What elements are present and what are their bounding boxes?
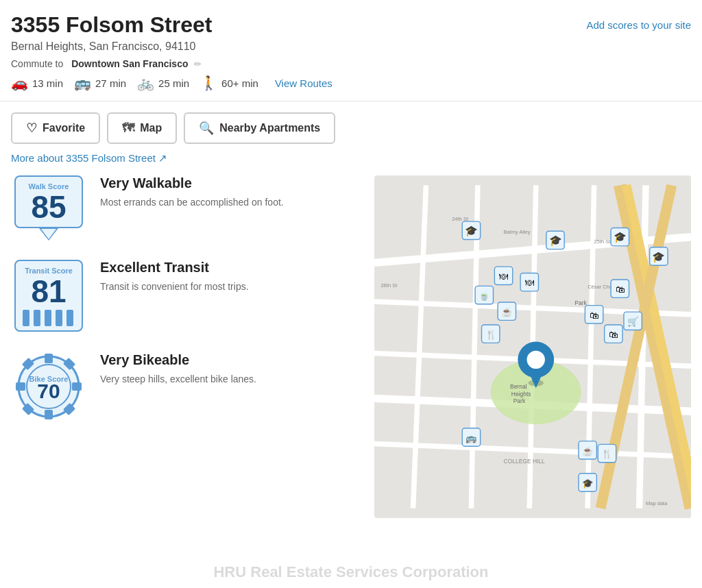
bike-score-title: Very Bikeable xyxy=(100,352,256,368)
map-panel: Bernal Heights Park Park 24th St Balmy A… xyxy=(374,175,691,518)
transit-leg-2 xyxy=(34,310,40,326)
walk-icon: 🚶 xyxy=(200,75,217,91)
svg-rect-3 xyxy=(45,354,53,363)
svg-text:🍽: 🍽 xyxy=(525,278,534,288)
scores-panel: Walk Score 85 Very Walkable Most errands… xyxy=(11,175,361,518)
walk-score-badge: Walk Score 85 xyxy=(11,175,86,239)
transit-score-badge: Transit Score 81 xyxy=(11,260,86,332)
bus-transport: 🚌 27 min xyxy=(74,75,126,91)
transit-score-title: Excellent Transit xyxy=(100,260,249,275)
svg-text:🛍: 🛍 xyxy=(609,330,618,340)
nearby-apartments-label: Nearby Apartments xyxy=(219,122,320,134)
bike-score-description: Very Bikeable Very steep hills, excellen… xyxy=(100,352,256,387)
nearby-apartments-button[interactable]: 🔍 Nearby Apartments xyxy=(184,112,335,144)
walk-score-description: Very Walkable Most errands can be accomp… xyxy=(100,175,284,210)
svg-text:🍴: 🍴 xyxy=(485,329,497,341)
svg-text:🍴: 🍴 xyxy=(601,448,613,460)
more-about-link[interactable]: More about 3355 Folsom Street ↗ xyxy=(11,152,167,164)
svg-text:🛒: 🛒 xyxy=(627,316,639,328)
walk-score-text: Most errands can be accomplished on foot… xyxy=(100,195,284,210)
main-content: Walk Score 85 Very Walkable Most errands… xyxy=(0,175,702,518)
top-bar: 3355 Folsom Street Add scores to your si… xyxy=(0,0,702,38)
watermark: HRU Real Estate Services Corporation xyxy=(0,556,702,588)
svg-text:Bernal: Bernal xyxy=(510,383,527,390)
transit-score-text: Transit is convenient for most trips. xyxy=(100,280,249,294)
bike-transport: 🚲 25 min xyxy=(137,75,189,91)
transport-row: 🚗 13 min 🚌 27 min 🚲 25 min 🚶 60+ min Vie… xyxy=(0,72,702,98)
car-icon: 🚗 xyxy=(11,75,28,91)
svg-rect-4 xyxy=(45,410,53,419)
walk-score-number: 85 xyxy=(23,191,75,223)
svg-text:25th St: 25th St xyxy=(594,238,612,245)
external-link-icon: ↗ xyxy=(158,152,167,164)
svg-text:☕: ☕ xyxy=(501,306,513,318)
commute-destination: Downtown San Francisco xyxy=(71,58,188,69)
car-time: 13 min xyxy=(32,77,63,89)
transit-legs xyxy=(23,310,75,326)
svg-text:🚌: 🚌 xyxy=(465,432,477,444)
walk-transport: 🚶 60+ min xyxy=(200,75,258,91)
svg-text:🎓: 🎓 xyxy=(582,478,594,489)
bike-score-badge: Bike Score 70 xyxy=(11,352,86,421)
svg-rect-6 xyxy=(72,382,82,391)
svg-text:🎓: 🎓 xyxy=(614,231,627,243)
bike-time: 25 min xyxy=(158,77,189,89)
page-title: 3355 Folsom Street xyxy=(11,12,212,38)
svg-text:🎓: 🎓 xyxy=(652,251,665,263)
bike-score-section: Bike Score 70 Very Bikeable Very steep h… xyxy=(11,352,361,421)
button-row: ♡ Favorite 🗺 Map 🔍 Nearby Apartments xyxy=(0,107,702,149)
bus-time: 27 min xyxy=(95,77,126,89)
more-link-text: More about 3355 Folsom Street xyxy=(11,152,156,164)
walk-score-section: Walk Score 85 Very Walkable Most errands… xyxy=(11,175,361,239)
svg-text:🎓: 🎓 xyxy=(549,234,562,247)
transit-leg-1 xyxy=(23,310,29,326)
walk-score-title: Very Walkable xyxy=(100,175,284,191)
svg-text:Map data: Map data xyxy=(646,500,668,506)
svg-rect-5 xyxy=(16,382,25,391)
view-routes-link[interactable]: View Routes xyxy=(275,77,332,89)
heart-icon: ♡ xyxy=(26,121,37,136)
search-icon: 🔍 xyxy=(199,121,214,136)
divider-1 xyxy=(0,101,702,101)
svg-text:26th St: 26th St xyxy=(380,282,398,289)
map-icon: 🗺 xyxy=(122,121,134,136)
svg-text:🛍: 🛍 xyxy=(616,284,625,295)
favorite-button[interactable]: ♡ Favorite xyxy=(11,112,100,144)
svg-text:Heights: Heights xyxy=(511,391,531,397)
svg-text:🛍: 🛍 xyxy=(590,310,598,321)
transit-score-description: Excellent Transit Transit is convenient … xyxy=(100,260,249,294)
walk-bubble-tail-inner xyxy=(41,229,56,239)
transit-bubble: Transit Score 81 xyxy=(14,260,83,332)
map-label: Map xyxy=(140,122,162,134)
svg-text:COLLEGE HILL: COLLEGE HILL xyxy=(504,458,546,465)
transit-leg-4 xyxy=(56,310,62,326)
car-transport: 🚗 13 min xyxy=(11,75,63,91)
walk-time: 60+ min xyxy=(221,77,258,89)
svg-text:70: 70 xyxy=(37,380,60,402)
add-scores-link[interactable]: Add scores to your site xyxy=(586,19,691,31)
transit-score-number: 81 xyxy=(23,275,75,307)
svg-text:☕: ☕ xyxy=(582,445,594,457)
gear-svg: Bike Score 70 xyxy=(14,352,83,421)
svg-text:Park: Park xyxy=(513,397,526,404)
bike-icon: 🚲 xyxy=(137,75,154,91)
svg-text:🍽: 🍽 xyxy=(499,271,508,282)
more-link-container: More about 3355 Folsom Street ↗ xyxy=(0,149,702,175)
transit-leg-5 xyxy=(66,310,73,326)
svg-text:🍵: 🍵 xyxy=(479,290,490,302)
map-button[interactable]: 🗺 Map xyxy=(107,112,177,144)
gear-wrapper: Bike Score 70 xyxy=(14,352,83,421)
svg-point-77 xyxy=(527,351,545,369)
commute-row: Commute to Downtown San Francisco ✏ xyxy=(0,53,702,72)
svg-text:🎓: 🎓 xyxy=(465,225,478,237)
bike-score-text: Very steep hills, excellent bike lanes. xyxy=(100,372,256,387)
svg-text:Park: Park xyxy=(574,299,587,306)
transit-leg-3 xyxy=(45,310,51,326)
commute-label: Commute to xyxy=(11,58,63,69)
transit-score-section: Transit Score 81 Excellent Transit Trans… xyxy=(11,260,361,332)
bus-icon: 🚌 xyxy=(74,75,91,91)
edit-icon[interactable]: ✏ xyxy=(194,59,202,69)
svg-text:Balmy Alley: Balmy Alley xyxy=(504,229,531,235)
subtitle: Bernal Heights, San Francisco, 94110 xyxy=(0,38,702,53)
walk-bubble: Walk Score 85 xyxy=(14,175,83,228)
